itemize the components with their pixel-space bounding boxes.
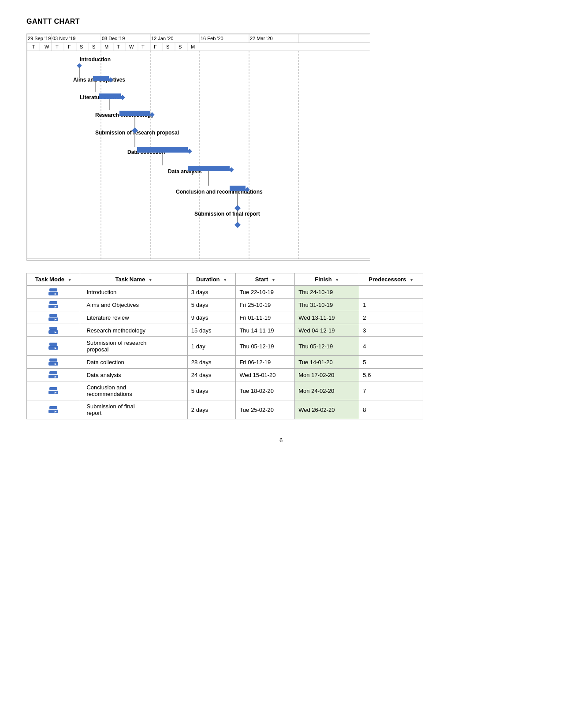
task-mode-icon: ► [30,343,76,350]
svg-rect-74 [230,186,246,191]
duration-cell: 28 days [187,356,236,369]
svg-text:T: T [141,44,145,49]
col-header-predecessors: Predecessors ▼ [359,273,423,286]
duration-cell: 3 days [187,286,236,299]
page-number: 6 [26,437,536,444]
svg-rect-0 [27,34,370,43]
predecessors-cell: 7 [359,381,423,400]
svg-rect-59 [119,111,150,116]
predecessors-cell: 1 [359,299,423,311]
task-name-sort-icon[interactable]: ▼ [149,278,153,282]
finish-cell: Thu 31-10-19 [295,299,359,311]
svg-rect-66 [137,147,188,153]
task-mode-cell: ► [27,311,80,324]
svg-text:T: T [117,44,120,49]
svg-text:M: M [104,44,108,49]
svg-text:12 Jan '20: 12 Jan '20 [151,36,173,41]
svg-text:03 Nov '19: 03 Nov '19 [52,36,75,41]
col-header-duration: Duration ▼ [187,273,236,286]
duration-cell: 5 days [187,381,236,400]
predecessors-cell: 4 [359,337,423,356]
start-cell: Wed 15-01-20 [236,369,295,381]
duration-sort-icon[interactable]: ▼ [223,278,227,282]
svg-text:W: W [45,44,49,49]
duration-cell: 15 days [187,324,236,337]
svg-text:Submission of final report: Submission of final report [194,211,260,217]
task-name-cell: Aims and Objectives [80,299,187,311]
task-name-cell: Data analysis [80,369,187,381]
table-row: ► Submission of researchproposal1 dayThu… [27,337,423,356]
task-mode-icon: ► [30,301,76,308]
table-row: ► Research methodology15 daysThu 14-11-1… [27,324,423,337]
finish-sort-icon[interactable]: ▼ [335,278,339,282]
svg-rect-13 [27,43,370,51]
finish-cell: Thu 24-10-19 [295,286,359,299]
task-mode-cell: ► [27,286,80,299]
task-name-cell: Submission of researchproposal [80,337,187,356]
table-row: ► Literature review9 daysFri 01-11-19Wed… [27,311,423,324]
task-mode-icon: ► [30,406,76,413]
svg-text:S: S [92,44,95,49]
gantt-chart: 29 Sep '19 03 Nov '19 08 Dec '19 12 Jan … [26,34,370,261]
page-title: GANTT CHART [26,18,536,26]
task-mode-cell: ► [27,400,80,419]
col-header-task-name: Task Name ▼ [80,273,187,286]
svg-rect-70 [188,166,230,171]
start-cell: Fri 25-10-19 [236,299,295,311]
task-mode-icon: ► [30,371,76,378]
svg-text:T: T [56,44,59,49]
task-name-cell: Conclusion andrecommendations [80,381,187,400]
duration-cell: 5 days [187,299,236,311]
task-name-cell: Introduction [80,286,187,299]
table-row: ► Introduction3 daysTue 22-10-19Thu 24-1… [27,286,423,299]
col-header-finish: Finish ▼ [295,273,359,286]
start-cell: Fri 01-11-19 [236,311,295,324]
duration-cell: 24 days [187,369,236,381]
start-cell: Tue 18-02-20 [236,381,295,400]
table-row: ► Aims and Objectives5 daysFri 25-10-19T… [27,299,423,311]
task-mode-cell: ► [27,369,80,381]
table-row: ► Conclusion andrecommendations5 daysTue… [27,381,423,400]
task-mode-sort-icon[interactable]: ▼ [68,278,72,282]
task-name-cell: Data collection [80,356,187,369]
col-header-task-mode: Task Mode ▼ [27,273,80,286]
svg-text:F: F [154,44,157,49]
predecessors-sort-icon[interactable]: ▼ [409,278,413,282]
svg-text:29 Sep '19: 29 Sep '19 [28,36,51,41]
svg-text:16 Feb '20: 16 Feb '20 [201,36,223,41]
table-row: ► Data analysis24 daysWed 15-01-20Mon 17… [27,369,423,381]
start-cell: Thu 05-12-19 [236,337,295,356]
task-mode-cell: ► [27,337,80,356]
finish-cell: Wed 04-12-19 [295,324,359,337]
svg-text:Introduction: Introduction [80,56,111,63]
predecessors-cell: 5,6 [359,369,423,381]
task-name-cell: Submission of finalreport [80,400,187,419]
predecessors-cell [359,286,423,299]
task-mode-cell: ► [27,381,80,400]
svg-rect-51 [93,76,109,81]
task-mode-icon: ► [30,327,76,334]
svg-rect-55 [99,93,121,99]
finish-cell: Tue 14-01-20 [295,356,359,369]
svg-text:08 Dec '19: 08 Dec '19 [102,36,125,41]
start-sort-icon[interactable]: ▼ [272,278,275,282]
svg-text:W: W [129,44,134,49]
finish-cell: Mon 24-02-20 [295,381,359,400]
task-mode-cell: ► [27,356,80,369]
svg-text:T: T [32,44,35,49]
svg-text:S: S [166,44,169,49]
task-name-cell: Literature review [80,311,187,324]
predecessors-cell: 8 [359,400,423,419]
start-cell: Thu 14-11-19 [236,324,295,337]
finish-cell: Thu 05-12-19 [295,337,359,356]
finish-cell: Wed 26-02-20 [295,400,359,419]
task-mode-icon: ► [30,314,76,321]
start-cell: Tue 22-10-19 [236,286,295,299]
predecessors-cell: 3 [359,324,423,337]
finish-cell: Mon 17-02-20 [295,369,359,381]
task-mode-icon: ► [30,387,76,394]
predecessors-cell: 2 [359,311,423,324]
duration-cell: 9 days [187,311,236,324]
task-mode-icon: ► [30,358,76,366]
task-name-cell: Research methodology [80,324,187,337]
